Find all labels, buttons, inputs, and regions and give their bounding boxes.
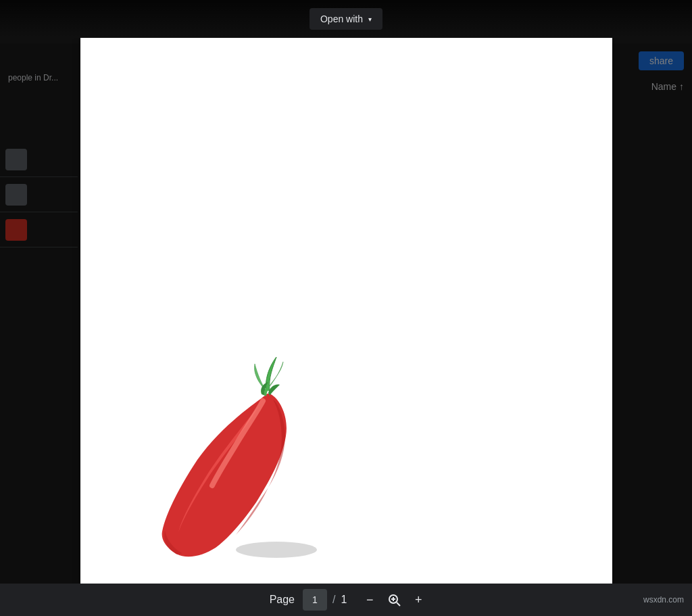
open-with-label: Open with <box>320 14 363 24</box>
page-label: Page <box>262 594 303 606</box>
open-with-button[interactable]: Open with ▾ <box>310 8 382 30</box>
modal-overlay: Open with ▾ <box>0 0 692 616</box>
chili-pepper-image <box>141 354 330 570</box>
zoom-out-icon: − <box>366 593 374 607</box>
svg-line-1 <box>397 602 400 606</box>
chevron-down-icon: ▾ <box>368 16 372 23</box>
page-total: 1 <box>341 594 357 606</box>
zoom-in-button[interactable]: + <box>406 588 430 612</box>
page-current-input[interactable] <box>303 589 327 611</box>
zoom-fit-button[interactable] <box>382 588 406 612</box>
document-page <box>80 38 612 590</box>
bottom-toolbar: Page / 1 − + wsxdn.com <box>0 584 692 616</box>
shadow <box>236 542 317 558</box>
zoom-out-button[interactable]: − <box>357 588 382 612</box>
modal-top-bar: Open with ▾ <box>0 0 692 38</box>
document-container <box>0 38 692 616</box>
page-separator: / <box>327 594 341 606</box>
wsxdn-credit: wsxdn.com <box>635 584 692 616</box>
zoom-in-icon: + <box>415 593 422 607</box>
zoom-fit-icon <box>387 593 401 607</box>
